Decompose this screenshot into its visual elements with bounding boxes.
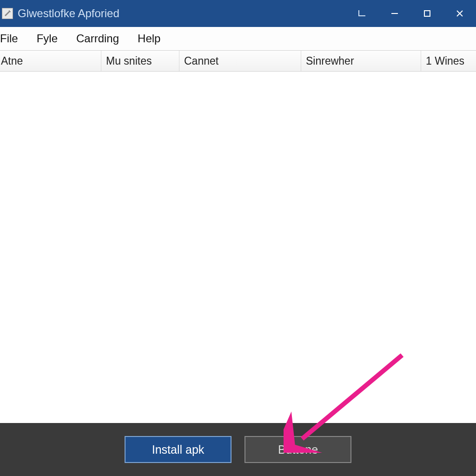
column-header-wines[interactable]: 1 Wines — [421, 51, 476, 71]
menubar: File Fyle Carrding Help — [0, 27, 476, 50]
menu-file[interactable]: File — [0, 27, 27, 50]
buttone-button[interactable]: Buttone — [245, 436, 351, 463]
close-button[interactable] — [443, 0, 476, 27]
menu-fyle[interactable]: Fyle — [27, 27, 67, 50]
app-icon — [2, 8, 13, 19]
column-header-atne[interactable]: Atne — [0, 51, 101, 71]
titlebar-extra-icon — [346, 0, 378, 27]
column-headers: Atne Mu snites Cannet Sinrewher 1 Wines — [0, 50, 476, 72]
install-apk-button[interactable]: Install apk — [125, 436, 231, 463]
main-content-area — [0, 72, 476, 423]
app-window: Glwestlofke Apforied File Fyle Carrding … — [0, 0, 476, 476]
window-controls — [346, 0, 476, 27]
menu-carrding[interactable]: Carrding — [67, 27, 128, 50]
column-header-cannet[interactable]: Cannet — [179, 51, 301, 71]
column-header-sinrewher[interactable]: Sinrewher — [301, 51, 421, 71]
bottom-toolbar: Install apk Buttone — [0, 423, 476, 476]
svg-rect-1 — [424, 11, 430, 16]
titlebar: Glwestlofke Apforied — [0, 0, 476, 27]
maximize-button[interactable] — [411, 0, 443, 27]
minimize-button[interactable] — [378, 0, 411, 27]
column-header-musnites[interactable]: Mu snites — [101, 51, 179, 71]
window-title: Glwestlofke Apforied — [18, 7, 119, 20]
menu-help[interactable]: Help — [128, 27, 170, 50]
